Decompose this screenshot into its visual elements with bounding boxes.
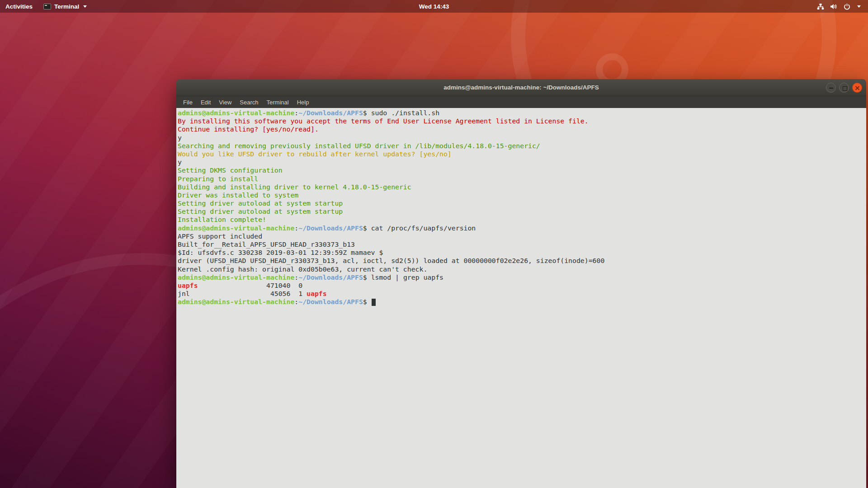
- terminal-text-segment: uapfs: [307, 290, 327, 297]
- terminal-text-segment: $: [363, 298, 371, 305]
- terminal-line: admins@admins-virtual-machine:~/Download…: [178, 298, 866, 306]
- menu-bar: File Edit View Search Terminal Help: [176, 96, 866, 108]
- terminal-text-segment: Preparing to install: [178, 175, 258, 183]
- terminal-line: $Id: ufsdvfs.c 330238 2019-03-01 12:39:5…: [178, 249, 866, 257]
- terminal-text-segment: y: [178, 134, 182, 141]
- terminal-line: Setting driver autoload at system startu…: [178, 207, 866, 216]
- terminal-line: Kernel .config hash: original 0xd05b0e63…: [178, 265, 866, 273]
- menu-item-search[interactable]: Search: [236, 98, 262, 107]
- terminal-line: y: [178, 158, 866, 166]
- terminal-line: uapfs 471040 0: [178, 282, 866, 290]
- terminal-text-segment: Installation complete!: [178, 216, 266, 223]
- terminal-text-segment: :: [294, 224, 298, 232]
- terminal-line: By installing this software you accept t…: [178, 117, 866, 125]
- terminal-text-segment: y: [178, 158, 182, 166]
- terminal-line: admins@admins-virtual-machine:~/Download…: [178, 273, 866, 282]
- minimize-button[interactable]: [826, 83, 836, 93]
- title-bar[interactable]: admins@admins-virtual-machine: ~/Downloa…: [176, 79, 866, 96]
- terminal-line: Searching and removing previously instal…: [178, 142, 866, 150]
- terminal-text-segment: :: [294, 109, 298, 117]
- terminal-text-segment: :: [294, 298, 298, 305]
- terminal-line: APFS support included: [178, 232, 866, 240]
- system-tray[interactable]: [813, 0, 864, 13]
- terminal-text-segment: $Id: ufsdvfs.c 330238 2019-03-01 12:39:5…: [178, 249, 383, 256]
- terminal-output[interactable]: admins@admins-virtual-machine:~/Download…: [176, 108, 866, 488]
- maximize-button[interactable]: [839, 83, 849, 93]
- clock-button[interactable]: Wed 14:43: [415, 0, 454, 13]
- terminal-icon: [43, 4, 51, 9]
- terminal-text-segment: $ cat /proc/fs/uapfs/version: [363, 224, 476, 232]
- terminal-text-segment: 471040 0: [198, 282, 303, 289]
- menu-item-help[interactable]: Help: [293, 98, 313, 107]
- activities-button[interactable]: Activities: [0, 0, 38, 13]
- terminal-text-segment: jnl 45056 1: [178, 290, 307, 297]
- top-bar: Activities Terminal Wed 14:43: [0, 0, 868, 13]
- app-menu-button[interactable]: Terminal: [38, 0, 92, 13]
- chevron-down-icon: [83, 5, 87, 8]
- activities-label: Activities: [5, 3, 33, 10]
- terminal-text-segment: ~/Downloads/APFS: [298, 298, 363, 305]
- terminal-line: Driver was installed to system: [178, 191, 866, 199]
- volume-icon: [830, 3, 838, 10]
- terminal-text-segment: admins@admins-virtual-machine: [178, 224, 294, 232]
- menu-item-view[interactable]: View: [215, 98, 236, 107]
- terminal-text-segment: ~/Downloads/APFS: [298, 273, 363, 281]
- terminal-text-segment: admins@admins-virtual-machine: [178, 298, 294, 305]
- terminal-cursor: [372, 299, 376, 306]
- terminal-text-segment: driver (UFSD_HEAD UFSD_HEAD_r330373_b13,…: [178, 257, 604, 264]
- close-button[interactable]: [852, 83, 862, 93]
- terminal-text-segment: :: [294, 273, 298, 281]
- power-icon: [844, 3, 850, 10]
- terminal-text-segment: Driver was installed to system: [178, 191, 298, 199]
- window-title: admins@admins-virtual-machine: ~/Downloa…: [443, 84, 599, 91]
- terminal-line: y: [178, 134, 866, 142]
- terminal-line: driver (UFSD_HEAD UFSD_HEAD_r330373_b13,…: [178, 257, 866, 265]
- network-icon: [817, 3, 824, 10]
- terminal-text-segment: $ lsmod | grep uapfs: [363, 273, 443, 281]
- terminal-text-segment: ~/Downloads/APFS: [298, 224, 363, 232]
- terminal-text-segment: ~/Downloads/APFS: [298, 109, 363, 117]
- terminal-text-segment: admins@admins-virtual-machine: [178, 273, 294, 281]
- terminal-text-segment: Searching and removing previously instal…: [178, 142, 540, 150]
- terminal-text-segment: Continue installing? [yes/no/read].: [178, 125, 319, 133]
- terminal-text-segment: Would you like UFSD driver to rebuild af…: [178, 150, 452, 158]
- terminal-text-segment: Setting DKMS configuration: [178, 166, 283, 174]
- terminal-text-segment: uapfs: [178, 282, 198, 289]
- terminal-line: Continue installing? [yes/no/read].: [178, 125, 866, 133]
- menu-item-file[interactable]: File: [179, 98, 197, 107]
- terminal-text-segment: Setting driver autoload at system startu…: [178, 199, 343, 207]
- terminal-line: jnl 45056 1 uapfs: [178, 290, 866, 298]
- app-menu-label: Terminal: [54, 3, 79, 10]
- terminal-line: admins@admins-virtual-machine:~/Download…: [178, 224, 866, 232]
- terminal-line: admins@admins-virtual-machine:~/Download…: [178, 109, 866, 117]
- terminal-text-segment: $ sudo ./install.sh: [363, 109, 439, 117]
- terminal-text-segment: APFS support included: [178, 232, 262, 240]
- terminal-text-segment: By installing this software you accept t…: [178, 117, 589, 125]
- terminal-line: Setting driver autoload at system startu…: [178, 199, 866, 207]
- menu-item-edit[interactable]: Edit: [197, 98, 215, 107]
- terminal-text-segment: Building and installing driver to kernel…: [178, 183, 411, 191]
- clock-label: Wed 14:43: [419, 3, 449, 10]
- menu-item-terminal[interactable]: Terminal: [263, 98, 293, 107]
- terminal-window: admins@admins-virtual-machine: ~/Downloa…: [176, 79, 866, 488]
- terminal-text-segment: Setting driver autoload at system startu…: [178, 207, 343, 215]
- chevron-down-icon: [857, 5, 861, 8]
- terminal-line: Setting DKMS configuration: [178, 166, 866, 174]
- terminal-line: Would you like UFSD driver to rebuild af…: [178, 150, 866, 158]
- window-controls: [826, 83, 862, 93]
- terminal-text-segment: Built_for__Retail_APFS_UFSD_HEAD_r330373…: [178, 240, 355, 248]
- terminal-text-segment: Kernel .config hash: original 0xd05b0e63…: [178, 265, 427, 273]
- terminal-line: Preparing to install: [178, 175, 866, 183]
- terminal-line: Built_for__Retail_APFS_UFSD_HEAD_r330373…: [178, 240, 866, 249]
- terminal-text-segment: admins@admins-virtual-machine: [178, 109, 294, 117]
- terminal-line: Installation complete!: [178, 216, 866, 224]
- terminal-line: Building and installing driver to kernel…: [178, 183, 866, 191]
